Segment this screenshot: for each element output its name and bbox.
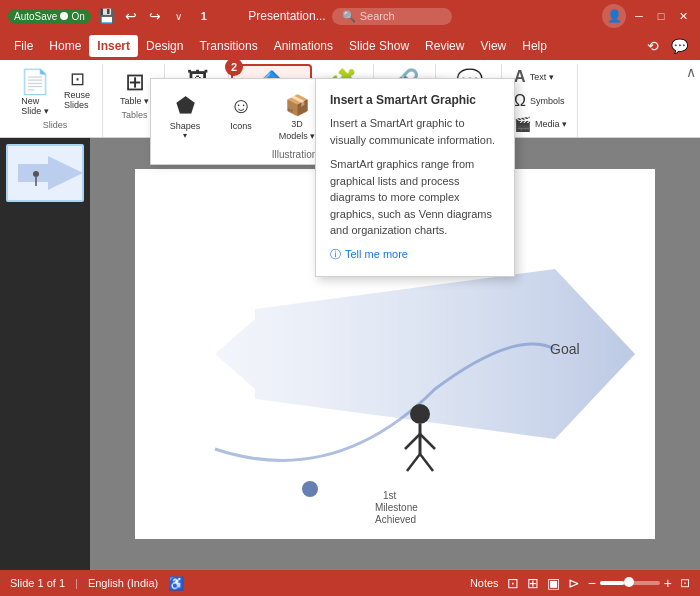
menu-view[interactable]: View (472, 35, 514, 57)
menu-home[interactable]: Home (41, 35, 89, 57)
symbols-icon: Ω (514, 92, 526, 110)
menu-animations[interactable]: Animations (266, 35, 341, 57)
quick-access-more[interactable]: ∨ (169, 6, 189, 26)
tell-me-more-link[interactable]: ⓘ Tell me more (330, 247, 500, 262)
svg-point-2 (33, 171, 39, 177)
menu-design[interactable]: Design (138, 35, 191, 57)
view-normal-icon[interactable]: ⊡ (507, 575, 519, 591)
smartart-tooltip: Insert a SmartArt Graphic Insert a Smart… (315, 78, 515, 277)
media-icon: 🎬 (514, 116, 531, 132)
status-right: Notes ⊡ ⊞ ▣ ⊳ − + ⊡ (470, 575, 690, 591)
minimize-button[interactable]: ─ (630, 7, 648, 25)
autosave-dot (60, 12, 68, 20)
view-slide-sorter-icon[interactable]: ⊞ (527, 575, 539, 591)
menu-transitions[interactable]: Transitions (191, 35, 265, 57)
maximize-button[interactable]: □ (652, 7, 670, 25)
slide-preview-svg (8, 146, 82, 200)
shapes-dropdown-arrow: ▾ (183, 131, 187, 140)
text-buttons: A Text ▾ Ω Symbols 🎬 Media ▾ (510, 66, 571, 134)
ribbon-group-slides: 📄 NewSlide ▾ ⊡ ReuseSlides Slides (8, 64, 103, 137)
shapes-label: Shapes (170, 121, 201, 131)
language-indicator: English (India) (88, 577, 158, 589)
text-button[interactable]: A Text ▾ (510, 66, 571, 88)
svg-point-5 (302, 481, 318, 497)
new-slide-label: NewSlide ▾ (21, 96, 49, 116)
zoom-slider-thumb[interactable] (624, 577, 634, 587)
slide-thumb-inner (8, 146, 82, 200)
slide-thumbnail-1[interactable]: 1 (6, 144, 84, 202)
symbols-button[interactable]: Ω Symbols (510, 90, 571, 112)
search-box[interactable]: 🔍 Search (332, 8, 452, 25)
icons-label: Icons (230, 121, 252, 131)
svg-line-8 (405, 434, 420, 449)
undo-button[interactable]: ↩ (121, 6, 141, 26)
table-button[interactable]: ⊞ Table ▾ (114, 66, 155, 108)
svg-line-11 (420, 454, 433, 471)
tables-group-label: Tables (122, 110, 148, 120)
reuse-slides-button[interactable]: ⊡ ReuseSlides (58, 66, 96, 112)
svg-point-6 (410, 404, 430, 424)
quick-access-toolbar: 💾 ↩ ↪ ∨ (97, 6, 189, 26)
step1-badge: 1 (195, 7, 213, 25)
user-avatar[interactable]: 👤 (602, 4, 626, 28)
tooltip-title: Insert a SmartArt Graphic (330, 93, 500, 107)
menu-slideshow[interactable]: Slide Show (341, 35, 417, 57)
ribbon-group-text: A Text ▾ Ω Symbols 🎬 Media ▾ (504, 64, 578, 137)
zoom-out-button[interactable]: − (588, 575, 596, 591)
redo-button[interactable]: ↪ (145, 6, 165, 26)
title-bar-center: Presentation... 🔍 Search (236, 8, 464, 25)
media-label: Media ▾ (535, 119, 567, 129)
menu-file[interactable]: File (6, 35, 41, 57)
autosave-state: On (71, 11, 84, 22)
zoom-slider[interactable] (600, 581, 660, 585)
3d-models-icon: 📦 (285, 93, 310, 117)
autosave-badge[interactable]: AutoSave On (8, 9, 91, 24)
menu-bar: File Home Insert Design Transitions Anim… (0, 32, 700, 60)
autosave-label: AutoSave (14, 11, 57, 22)
status-left: Slide 1 of 1 | English (India) ♿ (10, 576, 184, 591)
zoom-slider-fill (600, 581, 624, 585)
view-slideshow-icon[interactable]: ⊳ (568, 575, 580, 591)
text-label: Text ▾ (530, 72, 554, 82)
ribbon-comments[interactable]: 💬 (665, 36, 694, 56)
zoom-in-button[interactable]: + (664, 575, 672, 591)
title-bar-left: AutoSave On 💾 ↩ ↪ ∨ 1 (8, 6, 236, 26)
svg-line-10 (407, 454, 420, 471)
menu-help[interactable]: Help (514, 35, 555, 57)
ribbon-share[interactable]: ⟲ (641, 36, 665, 56)
shapes-button[interactable]: ⬟ Shapes ▾ (159, 89, 211, 145)
close-button[interactable]: ✕ (674, 7, 692, 25)
icons-button[interactable]: ☺ Icons (215, 89, 267, 145)
icons-icon: ☺ (230, 93, 252, 119)
save-button[interactable]: 💾 (97, 6, 117, 26)
table-icon: ⊞ (125, 68, 145, 96)
reuse-slides-icon: ⊡ (70, 68, 85, 90)
menu-insert[interactable]: Insert (89, 35, 138, 57)
slide-panel: 1 (0, 138, 90, 570)
search-placeholder: Search (360, 10, 395, 22)
slides-group-label: Slides (43, 120, 68, 130)
view-reading-icon[interactable]: ▣ (547, 575, 560, 591)
table-label: Table ▾ (120, 96, 149, 106)
notes-button[interactable]: Notes (470, 577, 499, 589)
media-button[interactable]: 🎬 Media ▾ (510, 114, 571, 134)
step1-container: 1 (195, 7, 213, 25)
new-slide-button[interactable]: 📄 NewSlide ▾ (14, 66, 56, 118)
title-bar-right: 👤 ─ □ ✕ (464, 4, 692, 28)
fit-window-button[interactable]: ⊡ (680, 576, 690, 590)
accessibility-icon[interactable]: ♿ (168, 576, 184, 591)
svg-text:1st: 1st (383, 490, 397, 501)
slide-info: Slide 1 of 1 (10, 577, 65, 589)
status-separator: | (75, 577, 78, 589)
tooltip-body2: SmartArt graphics range from graphical l… (330, 156, 500, 239)
slides-buttons: 📄 NewSlide ▾ ⊡ ReuseSlides (14, 66, 96, 118)
ribbon-collapse-button[interactable]: ∧ (686, 64, 696, 80)
filename: Presentation... (248, 9, 325, 23)
tooltip-body1: Insert a SmartArt graphic to visually co… (330, 115, 500, 148)
3d-models-label: 3D (291, 119, 303, 129)
tables-buttons: ⊞ Table ▾ (114, 66, 155, 108)
svg-line-9 (420, 434, 435, 449)
info-icon: ⓘ (330, 247, 341, 262)
text-icon: A (514, 68, 526, 86)
menu-review[interactable]: Review (417, 35, 472, 57)
